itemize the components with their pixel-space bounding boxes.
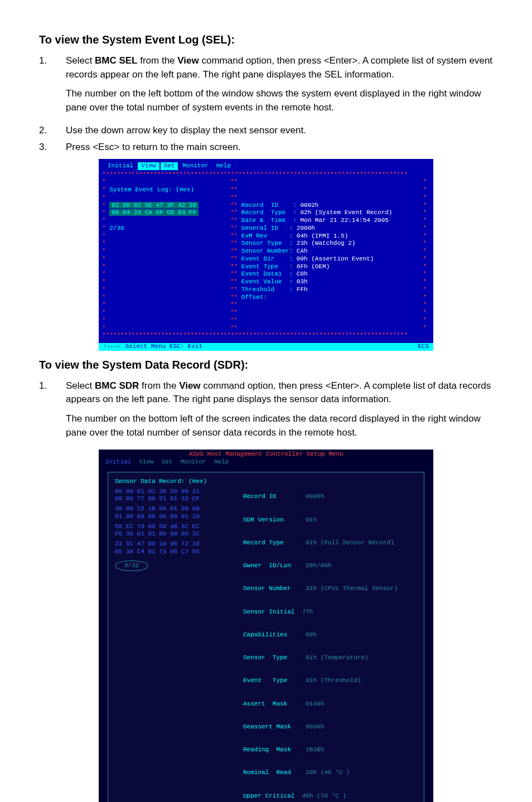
window-title: ASUS Host Management Controller Setup Me… bbox=[99, 450, 433, 458]
sel-sub: The number on the left bottom of the win… bbox=[66, 87, 493, 114]
field-row: Owner ID/Lun : 20h/00h bbox=[243, 562, 417, 570]
menu-help[interactable]: Help bbox=[213, 162, 234, 170]
step-number: 2. bbox=[39, 124, 66, 138]
field-row: Sensor Initial: 77h bbox=[243, 608, 417, 616]
hex-line: 58 EC 70 00 50 46 3C EC bbox=[115, 523, 243, 531]
field-row: Sensor Type : 01h (Temperature) bbox=[243, 654, 417, 662]
field-row: ** Threshold : FFh* bbox=[230, 286, 430, 294]
field-row: ** Event Data1 : C0h* bbox=[230, 270, 430, 278]
field-row: Upper Critical: 46h (70 °C ) bbox=[243, 793, 417, 800]
field-row: Reading Mask : 1B1Bh bbox=[243, 746, 417, 754]
divider: ****************************************… bbox=[102, 171, 430, 179]
step-text: Use the down arrow key to display the ne… bbox=[66, 124, 493, 138]
hex-line: 23 5C 47 00 10 96 72 10 bbox=[115, 540, 243, 548]
hex-line: 30 00 15 1B 00 01 00 00 bbox=[115, 505, 243, 513]
menubar: Initial View Set Monitor Help bbox=[102, 161, 430, 171]
menu-help[interactable]: Help bbox=[211, 458, 232, 466]
sdr-heading: To view the System Data Record (SDR): bbox=[39, 359, 493, 371]
menu-initial[interactable]: Initial bbox=[104, 162, 137, 170]
hex-line: 05 30 C4 01 73 06 C7 05 bbox=[115, 548, 243, 556]
sel-heading: To view the System Event Log (SEL): bbox=[39, 33, 493, 46]
field-row: ** EvM Rev : 04h (IPMI 1.5)* bbox=[230, 233, 430, 240]
hex-line: 01 00 00 00 00 00 01 20 bbox=[115, 513, 243, 521]
field-row: SDR Version : 01h bbox=[243, 516, 417, 524]
field-row: ** Date & Time : Mon Mar 21 22:14:54 200… bbox=[230, 217, 430, 225]
step-number: 3. bbox=[39, 141, 66, 154]
menu-monitor[interactable]: Monitor bbox=[179, 162, 211, 170]
sel-screenshot: Initial View Set Monitor Help **********… bbox=[99, 159, 433, 351]
field-row: ** Event Dir : 00h (Assertion Event)* bbox=[230, 255, 430, 263]
step-text: Select BMC SDR from the View command opt… bbox=[66, 379, 493, 446]
field-row: Sensor Number : 31h (CPU1 Thermal Sensor… bbox=[243, 585, 417, 593]
left-title: System Event Log: (Hex) bbox=[109, 186, 194, 193]
hex-line: 06 00 01 01 30 20 00 31 bbox=[115, 488, 243, 496]
menu-view[interactable]: View bbox=[138, 162, 159, 170]
field-row: Record ID : 0006h bbox=[243, 493, 417, 501]
sdr-sub: The number on the bottom left of the scr… bbox=[66, 412, 493, 439]
field-row: Capabilities : 60h bbox=[243, 631, 417, 639]
sel-steps: 1. Select BMC SEL from the View command … bbox=[39, 54, 493, 154]
left-title: Sensor Data Record: (Hex) bbox=[115, 478, 243, 486]
hex-line[interactable]: 02 00 02 5E 47 3F 42 20 bbox=[109, 202, 199, 209]
field-row: ** Sensor Number: CAh* bbox=[230, 248, 430, 255]
field-row: Record Type : 01h (Full Sensor Record) bbox=[243, 539, 417, 547]
field-row: ** General ID : 2000h* bbox=[230, 225, 430, 233]
event-counter: 2/30 bbox=[109, 225, 124, 231]
hex-line[interactable]: 00 04 23 CA 6F C0 03 FF bbox=[109, 209, 199, 216]
field-row: Nominal Read : 20h (40 °C ) bbox=[243, 769, 417, 777]
footer-left: ↑↓←→: Select Menu ESC: Exit bbox=[103, 343, 202, 351]
menu-initial[interactable]: Initial bbox=[102, 458, 134, 466]
footer-bar: ↑↓←→: Select Menu ESC: Exit ECS bbox=[99, 343, 433, 351]
field-row: ** Sensor Type : 23h (Watchdog 2)* bbox=[230, 240, 430, 248]
field-row: Deassert Mask : 0030h bbox=[243, 723, 417, 731]
menu-view[interactable]: View bbox=[136, 458, 157, 466]
menu-monitor[interactable]: Monitor bbox=[177, 458, 209, 466]
menu-set[interactable]: Set bbox=[158, 458, 176, 466]
field-row: ** Record Type : 02h (System Event Recor… bbox=[230, 209, 430, 217]
record-counter: 6/32 bbox=[115, 561, 148, 572]
menubar: Initial View Set Monitor Help bbox=[99, 458, 433, 466]
field-row: Assert Mask : 0130h bbox=[243, 700, 417, 708]
menu-set[interactable]: Set bbox=[161, 162, 178, 170]
field-row: ** Event Type : 6Fh (OEM)* bbox=[230, 263, 430, 271]
field-row: ** Record ID : 0002h* bbox=[230, 202, 430, 210]
field-row: ** Offset:* bbox=[230, 294, 430, 302]
step-text: Press <Esc> to return to the main screen… bbox=[66, 141, 493, 154]
step-text: Select BMC SEL from the View command opt… bbox=[66, 54, 493, 120]
hex-line: 00 00 77 60 01 01 33 CF bbox=[115, 495, 243, 503]
sdr-steps: 1. Select BMC SDR from the View command … bbox=[39, 379, 493, 446]
divider: ****************************************… bbox=[102, 332, 430, 340]
field-row: ** Event Value : 03h* bbox=[230, 278, 430, 286]
hex-line: F6 30 01 01 00 00 00 3C bbox=[115, 530, 243, 538]
sdr-screenshot: ASUS Host Management Controller Setup Me… bbox=[99, 450, 433, 802]
step-number: 1. bbox=[39, 54, 66, 120]
footer-right: ECS bbox=[418, 343, 429, 351]
step-number: 1. bbox=[39, 379, 66, 446]
field-row: Event Type : 01h (Threshold) bbox=[243, 677, 417, 685]
